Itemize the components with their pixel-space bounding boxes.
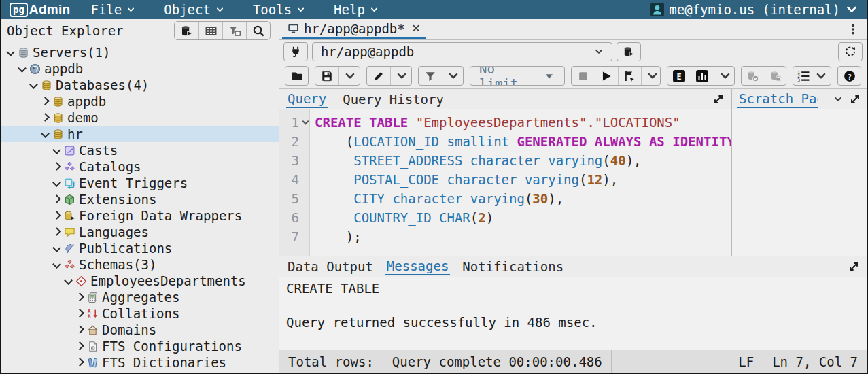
expand-icon[interactable] (849, 93, 861, 105)
chevron-right-icon[interactable] (40, 97, 50, 107)
fold-chevron-icon[interactable] (302, 118, 309, 125)
execute-button[interactable] (595, 67, 618, 85)
chevron-right-icon[interactable] (75, 309, 85, 319)
tab-data-output[interactable]: Data Output (286, 258, 375, 275)
object-explorer-panel: Object Explorer Servers(1)appdbDatabases… (1, 19, 279, 373)
tree-item-schemas-3[interactable]: Schemas(3) (1, 256, 279, 273)
chevron-right-icon[interactable] (52, 194, 62, 205)
tree-item-catalogs[interactable]: Catalogs (1, 158, 279, 175)
menu-object[interactable]: Object (164, 2, 224, 17)
tab-messages[interactable]: Messages (385, 258, 451, 275)
tree-item-hr[interactable]: hr (1, 126, 279, 142)
tree-item-aggregates[interactable]: Aggregates (1, 289, 279, 305)
chevron-right-icon[interactable] (52, 211, 62, 221)
line-ending-indicator[interactable]: LF (729, 350, 763, 373)
filter-button[interactable] (419, 67, 442, 85)
view-data-button[interactable] (198, 22, 222, 39)
tree-item-fts-dictionaries[interactable]: FTS Dictionaries (1, 354, 279, 371)
tree-item-demo[interactable]: demo (1, 109, 279, 126)
tab-query[interactable]: Query (286, 90, 328, 108)
chevron-down-icon[interactable] (40, 129, 50, 139)
tree-item-label: appdb (44, 61, 83, 76)
close-icon[interactable]: × (412, 21, 421, 35)
explain-menu-button[interactable] (714, 67, 735, 85)
connection-status-button[interactable] (283, 42, 308, 61)
chevron-right-icon[interactable] (40, 113, 50, 123)
tree-item-extensions[interactable]: Extensions (1, 191, 279, 207)
execute-to-cursor-button[interactable] (618, 67, 641, 85)
stop-button[interactable] (572, 67, 595, 85)
chevron-down-icon[interactable] (5, 48, 16, 58)
tree-item-publications[interactable]: Publications (1, 240, 279, 256)
chevron-down-icon[interactable] (52, 178, 62, 188)
query-editor-panel: QueryQuery History 1CREATE TABLE "Employ… (279, 89, 731, 256)
chevron-down-icon[interactable] (833, 95, 843, 104)
chevron-right-icon[interactable] (75, 341, 85, 352)
search-objects-button[interactable] (246, 22, 270, 39)
tree-item-event-triggers[interactable]: Event Triggers (1, 175, 279, 191)
help-button[interactable] (838, 67, 861, 85)
chevron-right-icon[interactable] (75, 325, 85, 335)
menu-file[interactable]: File (90, 2, 135, 17)
edit-button[interactable] (367, 67, 390, 85)
tree-item-casts[interactable]: Casts (1, 142, 279, 158)
tree-item-servers-1[interactable]: Servers(1) (1, 44, 279, 61)
tab-notifications[interactable]: Notifications (461, 258, 565, 275)
connection-select[interactable]: hr/app@appdb (312, 42, 612, 61)
explain-button[interactable] (667, 67, 691, 85)
ftsdict-icon (87, 357, 99, 369)
sql-token: GENERATED ALWAYS AS IDENTITY, (517, 134, 731, 149)
reset-layout-button[interactable] (838, 42, 863, 61)
tree-item-label: Event Triggers (79, 175, 188, 190)
filtered-rows-button[interactable] (222, 22, 246, 39)
rollback-button[interactable] (765, 67, 786, 85)
chevron-right-icon[interactable] (52, 162, 62, 172)
macros-button[interactable] (793, 67, 831, 85)
tab-hr-app-appdb[interactable]: hr/app@appdb* × (282, 19, 426, 39)
commit-button[interactable] (742, 67, 765, 85)
tree-item-appdb[interactable]: appdb (1, 93, 279, 109)
tab-scratch-pad[interactable]: Scratch Pad (737, 90, 818, 108)
sql-token: POSTAL_CODE (353, 172, 439, 187)
tree-item-domains[interactable]: Domains (1, 322, 279, 338)
chevron-down-icon[interactable] (63, 276, 73, 286)
menu-help[interactable]: Help (334, 2, 379, 17)
edit-menu-button[interactable] (390, 67, 412, 85)
chevron-right-icon[interactable] (75, 292, 85, 303)
database-query-icon (180, 24, 193, 37)
sql-token: ), (602, 172, 618, 187)
execute-menu-button[interactable] (641, 67, 661, 85)
tree-item-languages[interactable]: Languages (1, 224, 279, 240)
open-file-button[interactable] (285, 67, 309, 85)
tab-options-button[interactable] (842, 19, 864, 39)
tree-item-employeesdepartments[interactable]: EmployeesDepartments (1, 273, 279, 289)
chevron-down-icon[interactable] (52, 146, 62, 156)
explain-analyze-button[interactable] (691, 67, 714, 85)
tree-item-databases-4[interactable]: Databases(4) (1, 77, 279, 93)
new-connection-button[interactable] (617, 42, 641, 61)
tab-query-history[interactable]: Query History (341, 91, 445, 107)
tree-item-fts-configurations[interactable]: FTS Configurations (1, 338, 279, 354)
sql-token: ), (548, 191, 563, 206)
chevron-down-icon[interactable] (52, 243, 62, 254)
tree-item-foreign-data-wrappers[interactable]: Foreign Data Wrappers (1, 207, 279, 224)
user-menu[interactable]: me@fymio.us (internal) (650, 2, 858, 17)
menu-tools[interactable]: Tools (253, 2, 305, 17)
tree-item-collations[interactable]: Collations (1, 305, 279, 322)
filter-menu-button[interactable] (442, 67, 464, 85)
query-tool-button[interactable] (175, 22, 198, 39)
chevron-down-icon[interactable] (29, 80, 39, 90)
sql-token (315, 153, 353, 168)
tree-item-appdb[interactable]: appdb (1, 61, 279, 77)
line-number: 1 (279, 113, 309, 132)
row-limit-select[interactable]: No limit (470, 67, 564, 85)
scratch-pad-body[interactable] (732, 109, 867, 256)
sql-token: character varying (392, 191, 524, 206)
chevron-down-icon[interactable] (17, 64, 27, 74)
sql-editor[interactable]: 1CREATE TABLE "EmployeesDepartments"."LO… (279, 109, 731, 256)
chevron-down-icon[interactable] (52, 260, 62, 270)
save-button[interactable] (315, 67, 338, 85)
save-menu-button[interactable] (338, 67, 360, 85)
chevron-right-icon[interactable] (52, 227, 62, 237)
chevron-right-icon[interactable] (75, 358, 85, 368)
